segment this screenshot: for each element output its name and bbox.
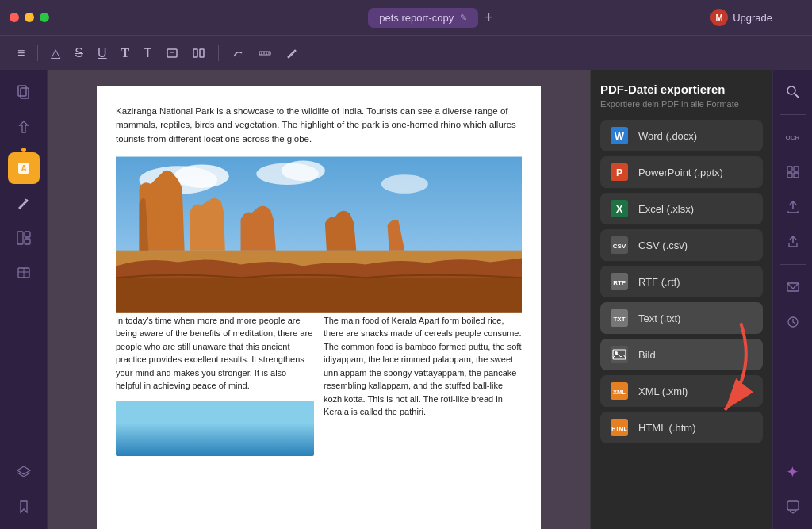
- sidebar-dot-indicator: [21, 148, 26, 152]
- upgrade-button[interactable]: M Upgrade: [710, 9, 772, 26]
- svg-text:XML: XML: [613, 389, 626, 396]
- sidebar-tools-icon[interactable]: [8, 111, 40, 143]
- document-col-left: In today's time when more and more peopl…: [116, 314, 314, 456]
- sidebar-bookmark-icon[interactable]: [8, 491, 40, 523]
- export-bild-item[interactable]: Bild: [600, 339, 763, 370]
- export-bild-label: Bild: [638, 349, 656, 361]
- document-col-right: The main food of Kerala Apart form boile…: [324, 314, 522, 456]
- document-text-top: Kaziranga National Park is a showcase to…: [116, 105, 522, 146]
- text-col-icon[interactable]: [188, 44, 210, 63]
- ocr-icon[interactable]: OCR: [777, 121, 809, 153]
- toolbar: ≡ △ S U T T: [0, 35, 812, 70]
- active-tab[interactable]: pets report-copy ✎: [368, 8, 478, 28]
- export-xml-item[interactable]: XML XML (.xml): [600, 375, 763, 407]
- svg-line-50: [795, 94, 799, 98]
- col-left-text: In today's time when more and more peopl…: [116, 314, 314, 393]
- right-sidebar: OCR ✦: [772, 70, 812, 529]
- svg-point-23: [174, 164, 229, 188]
- svg-text:X: X: [616, 203, 623, 215]
- svg-text:CSV: CSV: [613, 243, 626, 250]
- svg-text:A: A: [21, 164, 26, 173]
- draw-icon[interactable]: [227, 44, 249, 63]
- title-bar: pets report-copy ✎ + M Upgrade: [0, 0, 812, 35]
- right-sparkle-icon[interactable]: ✦: [777, 456, 809, 488]
- export-html-label: HTML (.htm): [638, 422, 695, 434]
- excel-icon: X: [608, 200, 630, 217]
- export-rtf-label: RTF (.rtf): [638, 276, 680, 288]
- export-ppt-label: PowerPoint (.pptx): [638, 167, 723, 178]
- svg-point-25: [282, 160, 325, 181]
- close-button[interactable]: [10, 13, 19, 22]
- export-word-item[interactable]: W Word (.docx): [600, 120, 763, 151]
- pen-icon[interactable]: [281, 44, 303, 63]
- svg-rect-53: [787, 173, 792, 178]
- right-thumbnails-icon[interactable]: [777, 156, 809, 188]
- export-word-label: Word (.docx): [638, 130, 697, 142]
- highlight-icon[interactable]: △: [46, 42, 65, 63]
- export-csv-label: CSV (.csv): [638, 240, 688, 251]
- right-share-icon[interactable]: [777, 226, 809, 258]
- tab-label: pets report-copy: [379, 12, 454, 24]
- tab-edit-icon[interactable]: ✎: [460, 13, 467, 23]
- search-icon[interactable]: [777, 76, 809, 108]
- serif-t-icon[interactable]: T: [117, 43, 135, 63]
- html-icon: HTML: [608, 419, 630, 436]
- svg-text:W: W: [615, 130, 625, 142]
- document-image: [116, 155, 522, 314]
- right-sidebar-divider-1: [780, 114, 806, 115]
- csv-icon: CSV: [608, 236, 630, 254]
- sans-t-icon[interactable]: T: [139, 43, 156, 63]
- export-excel-item[interactable]: X Excel (.xlsx): [600, 193, 763, 224]
- export-rtf-item[interactable]: RTF RTF (.rtf): [600, 266, 763, 297]
- ruler-icon[interactable]: [254, 44, 276, 63]
- sidebar-layers-icon[interactable]: [8, 456, 40, 488]
- word-icon: W: [608, 127, 630, 144]
- doc-image-bottom-left: [116, 401, 314, 456]
- document-area: Kaziranga National Park is a showcase to…: [48, 70, 590, 529]
- right-upload-icon[interactable]: [777, 191, 809, 223]
- svg-rect-2: [193, 49, 197, 57]
- export-ppt-item[interactable]: P PowerPoint (.pptx): [600, 156, 763, 188]
- svg-rect-57: [787, 501, 799, 510]
- svg-rect-52: [794, 167, 799, 171]
- minimize-button[interactable]: [25, 13, 34, 22]
- main-layout: A Kaziranga National Park is a showcase …: [0, 70, 812, 529]
- tab-area: pets report-copy ✎ +: [59, 8, 802, 28]
- svg-rect-51: [787, 167, 792, 171]
- svg-rect-3: [200, 49, 204, 57]
- right-message-icon[interactable]: [777, 491, 809, 523]
- right-mail-icon[interactable]: [777, 271, 809, 303]
- bild-icon: [608, 346, 630, 363]
- upgrade-label: Upgrade: [733, 12, 772, 24]
- maximize-button[interactable]: [40, 13, 49, 22]
- sidebar-forms-icon[interactable]: [8, 257, 40, 289]
- ppt-icon: P: [608, 163, 630, 181]
- left-sidebar: A: [0, 70, 48, 529]
- export-text-item[interactable]: TXT Text (.txt): [600, 302, 763, 334]
- toolbar-divider-2: [218, 45, 219, 61]
- svg-rect-16: [25, 239, 30, 244]
- export-excel-label: Excel (.xlsx): [638, 203, 694, 215]
- svg-rect-15: [25, 232, 30, 237]
- svg-rect-10: [18, 86, 26, 96]
- text-box-icon[interactable]: [161, 44, 183, 63]
- export-html-item[interactable]: HTML HTML (.htm): [600, 412, 763, 443]
- strikethrough-icon[interactable]: S: [70, 43, 88, 63]
- right-history-icon[interactable]: [777, 306, 809, 338]
- sidebar-annotate-icon[interactable]: A: [8, 152, 40, 184]
- export-panel-subtitle: Exportiere dein PDF in alle Formate: [600, 99, 763, 109]
- sidebar-layout-icon[interactable]: [8, 222, 40, 254]
- export-panel: PDF-Datei exportieren Exportiere dein PD…: [590, 70, 772, 529]
- sidebar-pages-icon[interactable]: [8, 76, 40, 108]
- text-align-icon[interactable]: ≡: [13, 43, 29, 63]
- new-tab-button[interactable]: +: [485, 10, 493, 26]
- export-csv-item[interactable]: CSV CSV (.csv): [600, 229, 763, 261]
- underline-icon[interactable]: U: [93, 43, 112, 63]
- svg-text:RTF: RTF: [613, 279, 626, 286]
- document-columns: In today's time when more and more peopl…: [116, 314, 522, 456]
- svg-text:P: P: [616, 167, 622, 178]
- svg-point-26: [381, 174, 428, 194]
- export-xml-label: XML (.xml): [638, 385, 688, 397]
- sidebar-edit-icon[interactable]: [8, 187, 40, 219]
- col-right-text: The main food of Kerala Apart form boile…: [324, 314, 522, 419]
